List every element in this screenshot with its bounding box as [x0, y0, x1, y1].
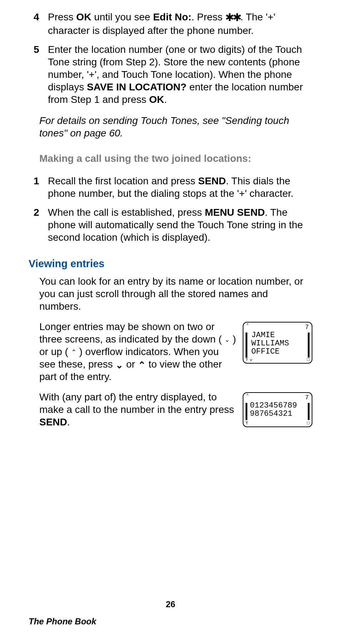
- step-1: 1 Recall the first location and press SE…: [48, 175, 312, 200]
- manual-page: 4 Press OK until you see Edit No:. Press…: [0, 0, 341, 644]
- page-number: 26: [0, 599, 341, 610]
- subheading-making-call: Making a call using the two joined locat…: [39, 152, 312, 165]
- footer-section-title: The Phone Book: [0, 616, 341, 627]
- chevron-down-icon: ⌄: [224, 336, 230, 343]
- down-caret-icon: v: [250, 358, 252, 363]
- lcd-text: JAMIE WILLIAMS OFFICE: [251, 331, 309, 356]
- lcd-corner-number: 7: [305, 324, 309, 331]
- star-star-icon: ✱✱: [225, 11, 240, 23]
- ordered-steps-mid: 1 Recall the first location and press SE…: [29, 175, 312, 244]
- viewing-intro-paragraph: You can look for an entry by its name or…: [39, 275, 312, 313]
- step-4: 4 Press OK until you see Edit No:. Press…: [48, 11, 312, 37]
- lcd-bottom-left-icon: Y: [246, 358, 248, 362]
- phone-screen-illustration-2: ^ 7 0123456789 987654321 Y □: [243, 392, 312, 427]
- step-number: 2: [34, 206, 39, 219]
- page-footer: 26 The Phone Book: [0, 599, 341, 627]
- step-2: 2 When the call is established, press ME…: [48, 206, 312, 244]
- lcd-bottom-right-icon: □: [307, 421, 310, 426]
- lcd-bottom-right-icon: □: [307, 358, 310, 362]
- lcd-text: 0123456789 987654321: [250, 401, 309, 418]
- lcd-bottom-left-icon: Y: [246, 421, 248, 426]
- ordered-steps-top: 4 Press OK until you see Edit No:. Press…: [29, 11, 312, 106]
- step-number: 1: [34, 175, 39, 187]
- subheading-viewing-entries: Viewing entries: [29, 257, 312, 270]
- step-text: Press OK until you see Edit No:. Press ✱…: [48, 11, 276, 36]
- step-number: 4: [34, 11, 39, 23]
- step-5: 5 Enter the location number (one or two …: [48, 43, 312, 106]
- chevron-down-icon: ⌄: [115, 360, 123, 370]
- cross-reference-note: For details on sending Touch Tones, see …: [39, 114, 312, 139]
- step-text: When the call is established, press MENU…: [48, 207, 303, 243]
- chevron-up-icon: ⌃: [71, 349, 76, 355]
- step-text: Recall the first location and press SEND…: [48, 175, 293, 199]
- up-caret-icon: ^: [246, 393, 249, 398]
- phone-screen-illustration-1: ^ 7 JAMIE WILLIAMS OFFICE v Y □: [243, 322, 312, 364]
- step-number: 5: [34, 43, 39, 56]
- step-text: Enter the location number (one or two di…: [48, 44, 303, 105]
- chevron-up-icon: ⌃: [138, 360, 146, 370]
- up-caret-icon: ^: [246, 323, 249, 327]
- lcd-corner-number: 7: [305, 394, 309, 401]
